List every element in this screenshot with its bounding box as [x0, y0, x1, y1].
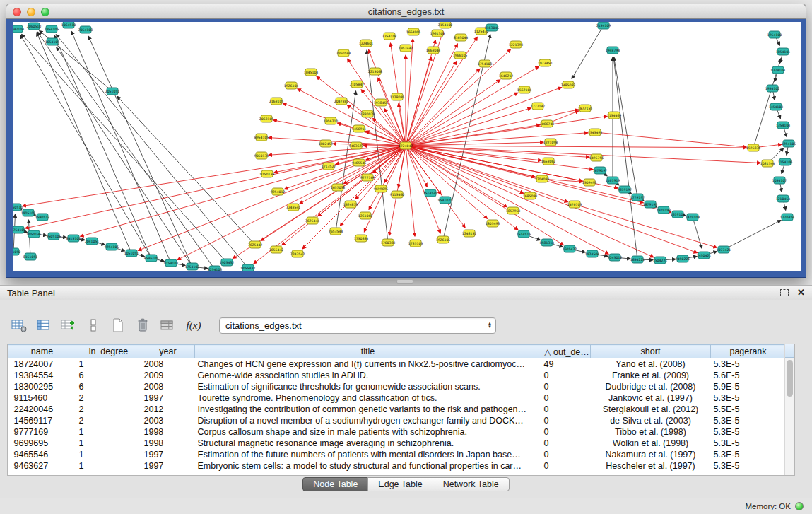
graph-node[interactable]: 1514516	[517, 230, 531, 238]
table-cell[interactable]: 2	[76, 392, 141, 404]
table-row[interactable]: 946362711997Embryonic stem cells: a mode…	[8, 460, 786, 472]
graph-node[interactable]: 1167919	[606, 177, 620, 184]
graph-node[interactable]: 1064510	[61, 22, 76, 28]
graph-node[interactable]: 1514545	[423, 189, 438, 197]
table-cell[interactable]: 1	[76, 426, 141, 438]
graph-node[interactable]: 1905432	[220, 259, 235, 266]
edit-columns-icon[interactable]	[59, 316, 78, 334]
graph-node[interactable]: 1954105	[45, 25, 59, 33]
function-builder-button[interactable]: f(x)	[183, 317, 204, 334]
graph-edge[interactable]	[406, 146, 760, 163]
graph-node[interactable]: 1879195	[643, 201, 658, 208]
table-cell[interactable]: 14569117	[8, 415, 76, 426]
graph-node[interactable]: 2047381	[334, 98, 349, 105]
close-panel-icon[interactable]: ✕	[797, 288, 805, 297]
graph-node[interactable]: 8415105	[66, 235, 81, 242]
graph-node[interactable]: 1654221	[630, 256, 645, 263]
graph-node[interactable]: 1750384	[354, 235, 369, 242]
minimize-window-button[interactable]	[27, 8, 35, 16]
table-cell[interactable]: Tibbo et al. (1998)	[591, 426, 711, 438]
graph-node[interactable]: 1954100	[767, 31, 782, 38]
graph-node[interactable]: 8546105	[144, 255, 159, 262]
graph-node[interactable]: 8581314	[540, 239, 555, 246]
graph-edge[interactable]	[177, 146, 406, 260]
table-row[interactable]: 1938455462009Genome-wide association stu…	[8, 370, 786, 381]
table-cell[interactable]: 5.3E-5	[711, 449, 786, 460]
table-cell[interactable]: 2	[76, 404, 141, 415]
graph-node[interactable]: 9050136	[27, 230, 42, 238]
table-cell[interactable]: 0	[541, 426, 591, 438]
graph-edge[interactable]	[56, 35, 248, 268]
graph-node[interactable]: 1495756	[589, 154, 604, 161]
graph-edge[interactable]	[406, 146, 746, 148]
graph-node[interactable]: 1595836	[746, 144, 761, 151]
table-cell[interactable]: 18724007	[8, 358, 76, 370]
graph-node[interactable]: 1948794	[606, 47, 620, 54]
graph-node[interactable]: 9274104	[771, 66, 786, 74]
table-cell[interactable]: 22420046	[8, 404, 76, 415]
graph-node[interactable]: 1679197	[593, 167, 608, 174]
graph-node[interactable]: 1802459	[319, 140, 334, 147]
graph-node[interactable]: 1054107	[772, 177, 787, 184]
graph-node[interactable]: 9115460	[390, 191, 405, 198]
column-header-out_degree[interactable]: △ out_de…	[541, 345, 591, 358]
table-cell[interactable]: 5.3E-5	[711, 460, 786, 472]
graph-node[interactable]: 9254012	[271, 188, 286, 195]
graph-node[interactable]: 1857958	[506, 207, 521, 214]
graph-node[interactable]: 1961305	[430, 30, 445, 37]
graph-node[interactable]: 1476705	[567, 201, 582, 208]
table-cell[interactable]: 5.3E-5	[711, 358, 786, 370]
graph-node[interactable]: 2041051	[85, 238, 100, 245]
table-row[interactable]: 2242004622012Investigating the contribut…	[8, 404, 786, 415]
graph-node[interactable]: 2204093	[535, 175, 550, 182]
table-settings-icon[interactable]	[10, 316, 28, 334]
graph-node[interactable]: 9699695	[374, 185, 389, 192]
graph-node[interactable]: 1154106	[778, 158, 793, 165]
graph-node[interactable]: 1479104	[686, 214, 700, 221]
table-cell[interactable]: Corpus callosum shape and size in male p…	[195, 426, 541, 438]
graph-node[interactable]: 9679197	[618, 186, 632, 193]
graph-node[interactable]: 1456911	[352, 125, 367, 132]
import-table-icon[interactable]	[158, 316, 177, 334]
select-columns-icon[interactable]	[35, 316, 53, 334]
column-header-title[interactable]: title	[195, 345, 541, 358]
graph-node[interactable]: 1845104	[304, 69, 319, 76]
graph-node[interactable]: 1956210	[324, 117, 339, 124]
graph-node[interactable]: 1590513	[35, 214, 50, 221]
table-cell[interactable]: 1	[76, 449, 141, 460]
float-panel-icon[interactable]	[780, 289, 789, 296]
graph-edge[interactable]	[406, 133, 588, 146]
graph-node[interactable]: 1657038	[331, 184, 346, 191]
table-cell[interactable]: 0	[541, 438, 591, 449]
graph-node[interactable]: 9050135	[254, 152, 269, 159]
graph-node[interactable]: 1754102	[185, 263, 200, 270]
graph-node[interactable]: 7243542	[290, 250, 305, 257]
table-cell[interactable]: 5.3E-5	[711, 415, 786, 426]
table-cell[interactable]: 0	[541, 404, 591, 415]
table-cell[interactable]: 1997	[141, 460, 195, 472]
graph-node[interactable]: 1905105	[21, 209, 36, 216]
graph-node[interactable]: 1261065	[358, 212, 373, 219]
graph-node[interactable]: 1830029	[360, 110, 375, 117]
graph-node[interactable]: 1735105	[408, 240, 423, 247]
graph-edge[interactable]	[22, 34, 227, 262]
table-cell[interactable]: 2	[76, 415, 141, 426]
graph-node[interactable]: 1066748	[540, 120, 555, 127]
table-cell[interactable]: 49	[541, 358, 591, 370]
table-cell[interactable]: Estimation of the future numbers of pati…	[195, 449, 541, 460]
graph-node[interactable]: 1770454	[780, 214, 795, 221]
delete-table-icon[interactable]	[134, 316, 152, 334]
graph-node[interactable]: 1805493	[486, 220, 500, 227]
graph-node[interactable]: 9254105	[105, 243, 119, 250]
table-cell[interactable]: Nakamura et al. (1997)	[591, 449, 711, 460]
graph-edge[interactable]	[282, 146, 406, 245]
graph-node[interactable]: 1679105	[671, 211, 686, 218]
table-cell[interactable]: 5.3E-5	[711, 392, 786, 404]
graph-node[interactable]: 9450221	[676, 255, 690, 262]
table-selector-dropdown[interactable]: citations_edges.txt ▲ ▼	[219, 317, 496, 334]
graph-node[interactable]: 1754105	[13, 226, 25, 233]
table-cell[interactable]: 1	[76, 358, 141, 370]
table-row[interactable]: 1456911722003Disruption of a novel membe…	[8, 415, 786, 426]
table-cell[interactable]: Structural magnetic resonance image aver…	[195, 438, 541, 449]
graph-node[interactable]: 9541071	[438, 197, 453, 204]
